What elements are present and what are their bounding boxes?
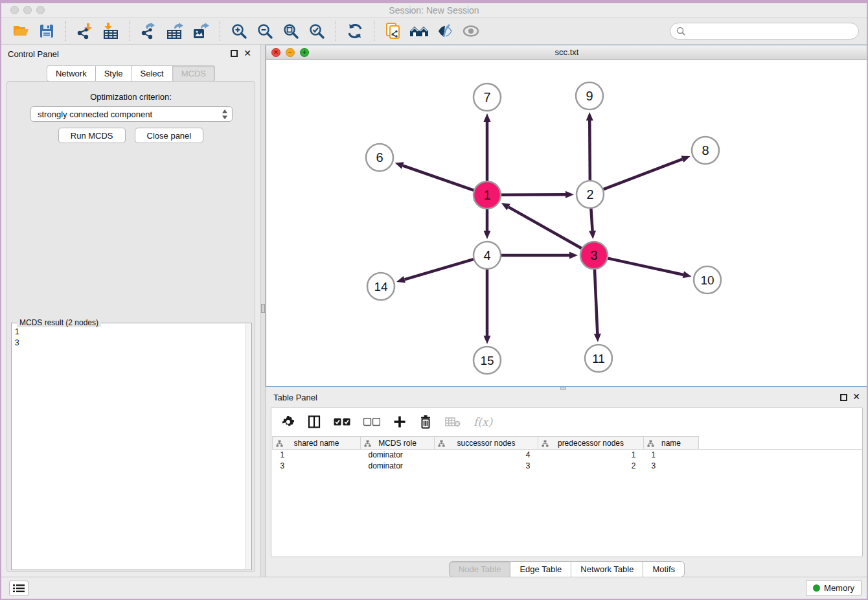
svg-text:3: 3 xyxy=(590,248,597,262)
tab-node-table[interactable]: Node Table xyxy=(449,561,511,577)
tab-edge-table[interactable]: Edge Table xyxy=(510,561,571,577)
close-panel-button[interactable]: Close panel xyxy=(135,128,204,143)
import-network-icon[interactable] xyxy=(74,20,96,42)
panel-splitter-vertical[interactable] xyxy=(260,45,266,581)
export-network-icon[interactable] xyxy=(138,20,160,42)
task-history-button[interactable] xyxy=(9,581,29,596)
svg-text:1: 1 xyxy=(483,188,490,202)
close-panel-icon[interactable]: ✕ xyxy=(244,48,251,58)
export-table-icon[interactable] xyxy=(164,20,186,42)
column-header-successor-nodes[interactable]: successor nodes xyxy=(435,437,538,450)
delete-table-icon-disabled xyxy=(445,417,461,427)
zoom-in-icon[interactable] xyxy=(228,20,250,42)
function-builder-icon: f(x) xyxy=(474,415,492,428)
memory-button[interactable]: Memory xyxy=(806,580,862,596)
cell-MCDS-role[interactable]: dominator xyxy=(361,461,435,472)
clone-network-icon[interactable] xyxy=(382,20,404,42)
optimization-criterion-select[interactable]: strongly connected component xyxy=(30,106,233,122)
tab-motifs[interactable]: Motifs xyxy=(643,561,685,577)
cell-name[interactable]: 1 xyxy=(644,450,699,461)
edge-3-10[interactable] xyxy=(608,259,691,279)
splitter-handle[interactable] xyxy=(261,304,265,313)
graph-node-3[interactable]: 3 xyxy=(580,242,608,269)
edge-3-1[interactable] xyxy=(501,203,582,248)
select-all-columns-icon[interactable] xyxy=(334,418,350,426)
close-table-panel-icon[interactable]: ✕ xyxy=(852,391,860,402)
graph-node-10[interactable]: 10 xyxy=(694,266,721,294)
cell-predecessor-nodes[interactable]: 1 xyxy=(538,450,644,461)
graph-node-7[interactable]: 7 xyxy=(474,84,501,111)
tab-network[interactable]: Network xyxy=(47,65,96,82)
apply-layout-icon[interactable] xyxy=(344,20,366,42)
network-canvas[interactable]: 7968124314101511 xyxy=(266,60,867,386)
table-row[interactable]: 1dominator411 xyxy=(273,450,863,461)
toolbar-separator xyxy=(65,21,66,41)
tab-style[interactable]: Style xyxy=(96,65,132,82)
home-icon[interactable] xyxy=(408,20,430,42)
edge-3-11[interactable] xyxy=(594,270,601,342)
edge-4-15[interactable] xyxy=(484,270,491,344)
cell-filler xyxy=(699,461,863,472)
cell-successor-nodes[interactable]: 3 xyxy=(435,461,538,472)
graph-node-9[interactable]: 9 xyxy=(576,82,603,110)
show-graphics-icon[interactable] xyxy=(460,20,482,42)
tab-select[interactable]: Select xyxy=(132,65,173,82)
float-panel-icon[interactable] xyxy=(231,50,238,57)
cell-predecessor-nodes[interactable]: 2 xyxy=(538,461,644,472)
tab-mcds[interactable]: MCDS xyxy=(173,65,215,82)
graph-node-4[interactable]: 4 xyxy=(474,242,501,269)
edge-1-7[interactable] xyxy=(484,113,491,181)
mcds-result-text[interactable]: 1 3 xyxy=(12,325,245,570)
column-header-MCDS-role[interactable]: MCDS role xyxy=(361,437,435,450)
edge-2-9[interactable] xyxy=(586,112,593,180)
result-scrollbar[interactable] xyxy=(245,324,251,569)
cell-shared-name[interactable]: 1 xyxy=(273,450,361,461)
edge-1-4[interactable] xyxy=(484,209,491,239)
save-session-icon[interactable] xyxy=(36,20,58,42)
graph-node-6[interactable]: 6 xyxy=(366,144,393,171)
memory-status-icon xyxy=(813,584,820,592)
zoom-fit-icon[interactable] xyxy=(280,20,302,42)
float-table-panel-icon[interactable] xyxy=(840,394,847,401)
table-row[interactable]: 3dominator323 xyxy=(273,461,863,472)
cell-shared-name[interactable]: 3 xyxy=(273,461,361,472)
graph-node-8[interactable]: 8 xyxy=(692,137,719,164)
edge-2-3[interactable] xyxy=(589,209,596,239)
tab-network-table[interactable]: Network Table xyxy=(571,561,643,577)
edge-2-8[interactable] xyxy=(604,156,691,189)
edge-1-2[interactable] xyxy=(501,191,574,198)
graph-node-14[interactable]: 14 xyxy=(367,273,394,300)
svg-text:11: 11 xyxy=(592,352,605,365)
graph-node-11[interactable]: 11 xyxy=(585,345,612,372)
create-column-icon[interactable] xyxy=(393,415,406,428)
open-session-icon[interactable] xyxy=(10,20,32,42)
column-header-name[interactable]: name xyxy=(644,437,699,450)
show-column-panel-icon[interactable] xyxy=(308,415,321,428)
column-header-shared-name[interactable]: shared name xyxy=(273,437,361,450)
cell-MCDS-role[interactable]: dominator xyxy=(361,450,435,461)
graph-node-1[interactable]: 1 xyxy=(474,181,501,209)
delete-column-icon[interactable] xyxy=(419,415,432,429)
search-icon xyxy=(676,26,686,36)
cell-name[interactable]: 3 xyxy=(644,461,699,472)
graph-node-2[interactable]: 2 xyxy=(577,181,604,208)
cell-successor-nodes[interactable]: 4 xyxy=(435,450,538,461)
hide-graphics-icon[interactable] xyxy=(434,20,456,42)
graph-node-15[interactable]: 15 xyxy=(474,347,501,374)
zoom-selected-icon[interactable] xyxy=(306,20,328,42)
edge-4-14[interactable] xyxy=(396,259,474,283)
network-window-titlebar[interactable]: ✕ − + scc.txt xyxy=(266,45,867,60)
svg-text:2: 2 xyxy=(586,187,593,202)
table-panel-title: Table Panel xyxy=(273,393,317,402)
edge-4-3[interactable] xyxy=(501,252,578,259)
run-mcds-button[interactable]: Run MCDS xyxy=(58,128,126,143)
edge-1-6[interactable] xyxy=(395,162,474,190)
table-settings-gear-icon[interactable] xyxy=(282,415,295,428)
import-table-icon[interactable] xyxy=(100,20,122,42)
table-toolbar: f(x) xyxy=(271,408,862,436)
export-image-icon[interactable] xyxy=(190,20,212,42)
deselect-all-columns-icon[interactable] xyxy=(363,418,380,426)
column-header-predecessor-nodes[interactable]: predecessor nodes xyxy=(538,437,644,450)
search-input[interactable] xyxy=(670,23,859,40)
zoom-out-icon[interactable] xyxy=(254,20,276,42)
